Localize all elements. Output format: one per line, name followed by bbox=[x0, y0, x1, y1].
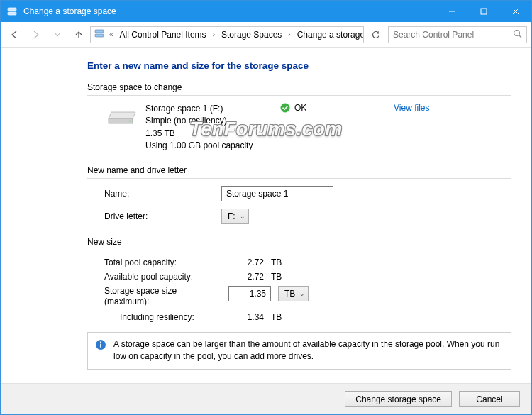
resiliency-unit: TB bbox=[271, 312, 310, 322]
size-row: Storage space size (maximum): TB ⌄ bbox=[104, 286, 511, 308]
refresh-button[interactable] bbox=[368, 27, 384, 43]
svg-rect-11 bbox=[109, 118, 133, 123]
breadcrumb-segment[interactable]: All Control Panel Items bbox=[118, 28, 209, 42]
total-pool-unit: TB bbox=[271, 258, 310, 267]
resiliency-value: 1.34 bbox=[221, 312, 271, 322]
section-storage-to-change: Storage space to change bbox=[87, 82, 511, 92]
titlebar: Change a storage space bbox=[1, 1, 531, 22]
svg-point-8 bbox=[514, 30, 520, 35]
resiliency-label: Including resiliency: bbox=[104, 312, 221, 322]
divider bbox=[87, 250, 511, 250]
total-pool-row: Total pool capacity: 2.72 TB bbox=[104, 258, 511, 267]
storage-spaces-app-icon bbox=[6, 6, 18, 17]
svg-rect-15 bbox=[100, 343, 101, 348]
chevron-left-double-icon[interactable]: « bbox=[108, 31, 115, 38]
footer: Change storage space Cancel bbox=[1, 383, 531, 414]
section-new-size: New size bbox=[87, 237, 511, 247]
storage-status: OK bbox=[280, 103, 372, 153]
size-unit-dropdown[interactable]: TB ⌄ bbox=[278, 286, 309, 301]
available-pool-value: 2.72 bbox=[221, 272, 271, 282]
drive-letter-row: Drive letter: F: ⌄ bbox=[104, 209, 511, 224]
storage-name-line: Storage space 1 (F:) bbox=[145, 103, 280, 115]
chevron-right-icon: › bbox=[211, 31, 216, 38]
chevron-down-icon: ⌄ bbox=[240, 213, 245, 220]
svg-rect-1 bbox=[8, 12, 16, 15]
divider bbox=[87, 178, 511, 179]
resiliency-row: Including resiliency: 1.34 TB bbox=[104, 312, 511, 322]
svg-rect-7 bbox=[95, 34, 104, 37]
change-storage-space-button[interactable]: Change storage space bbox=[345, 391, 452, 407]
chevron-right-icon: › bbox=[287, 31, 292, 38]
cancel-button[interactable]: Cancel bbox=[459, 391, 520, 407]
storage-size-line: 1.35 TB bbox=[145, 128, 280, 140]
storage-type-line: Simple (no resiliency) bbox=[145, 115, 280, 127]
window-title: Change a storage space bbox=[23, 6, 436, 16]
window: Change a storage space « All Control Pan… bbox=[0, 0, 532, 415]
status-text: OK bbox=[294, 103, 306, 113]
info-text: A storage space can be larger than the a… bbox=[113, 338, 504, 363]
drive-letter-value: F: bbox=[228, 211, 235, 221]
maximize-button[interactable] bbox=[467, 1, 499, 22]
minimize-button[interactable] bbox=[436, 1, 467, 22]
available-pool-unit: TB bbox=[271, 272, 310, 282]
view-files-link[interactable]: View files bbox=[394, 103, 429, 113]
total-pool-label: Total pool capacity: bbox=[104, 258, 221, 267]
search-input[interactable]: Search Control Panel bbox=[388, 26, 527, 43]
ok-check-icon bbox=[280, 103, 290, 113]
svg-point-13 bbox=[281, 104, 290, 113]
chevron-down-icon: ⌄ bbox=[299, 290, 305, 297]
drive-letter-label: Drive letter: bbox=[104, 211, 221, 221]
search-placeholder: Search Control Panel bbox=[393, 30, 474, 40]
size-label: Storage space size (maximum): bbox=[104, 286, 221, 308]
recent-dropdown-icon[interactable] bbox=[48, 25, 67, 45]
storage-using-line: Using 1.00 GB pool capacity bbox=[145, 140, 280, 152]
content-area: TenForums.com Enter a new name and size … bbox=[1, 48, 531, 383]
available-pool-label: Available pool capacity: bbox=[104, 272, 221, 282]
svg-line-9 bbox=[519, 35, 522, 38]
svg-point-12 bbox=[129, 121, 131, 122]
storage-spaces-location-icon bbox=[94, 28, 105, 41]
info-box: A storage space can be larger than the a… bbox=[87, 332, 511, 370]
size-input[interactable] bbox=[228, 286, 271, 301]
total-pool-value: 2.72 bbox=[221, 258, 271, 267]
svg-rect-6 bbox=[95, 30, 104, 33]
page-title: Enter a new name and size for the storag… bbox=[87, 60, 511, 71]
svg-point-16 bbox=[100, 341, 101, 343]
storage-details: Storage space 1 (F:) Simple (no resilien… bbox=[145, 103, 280, 153]
svg-rect-0 bbox=[8, 8, 16, 11]
available-pool-row: Available pool capacity: 2.72 TB bbox=[104, 272, 511, 282]
breadcrumb-segment[interactable]: Change a storage space bbox=[295, 28, 364, 42]
breadcrumb[interactable]: « All Control Panel Items › Storage Spac… bbox=[90, 26, 364, 43]
breadcrumb-segment[interactable]: Storage Spaces bbox=[219, 28, 284, 42]
info-icon bbox=[95, 339, 106, 350]
close-button[interactable] bbox=[499, 1, 531, 22]
divider bbox=[87, 95, 511, 96]
back-button[interactable] bbox=[5, 25, 25, 45]
storage-summary-row: Storage space 1 (F:) Simple (no resilien… bbox=[104, 103, 511, 153]
name-row: Name: bbox=[104, 186, 511, 201]
drive-letter-dropdown[interactable]: F: ⌄ bbox=[221, 209, 249, 224]
name-input[interactable] bbox=[221, 186, 333, 201]
svg-rect-3 bbox=[481, 9, 487, 14]
svg-marker-10 bbox=[109, 112, 135, 118]
drive-icon bbox=[104, 103, 137, 127]
name-label: Name: bbox=[104, 189, 221, 199]
forward-button[interactable] bbox=[26, 25, 46, 45]
size-unit-value: TB bbox=[284, 289, 295, 299]
up-button[interactable] bbox=[69, 25, 89, 45]
section-name-letter: New name and drive letter bbox=[87, 165, 511, 175]
search-icon bbox=[513, 29, 522, 40]
nav-row: « All Control Panel Items › Storage Spac… bbox=[1, 22, 531, 48]
